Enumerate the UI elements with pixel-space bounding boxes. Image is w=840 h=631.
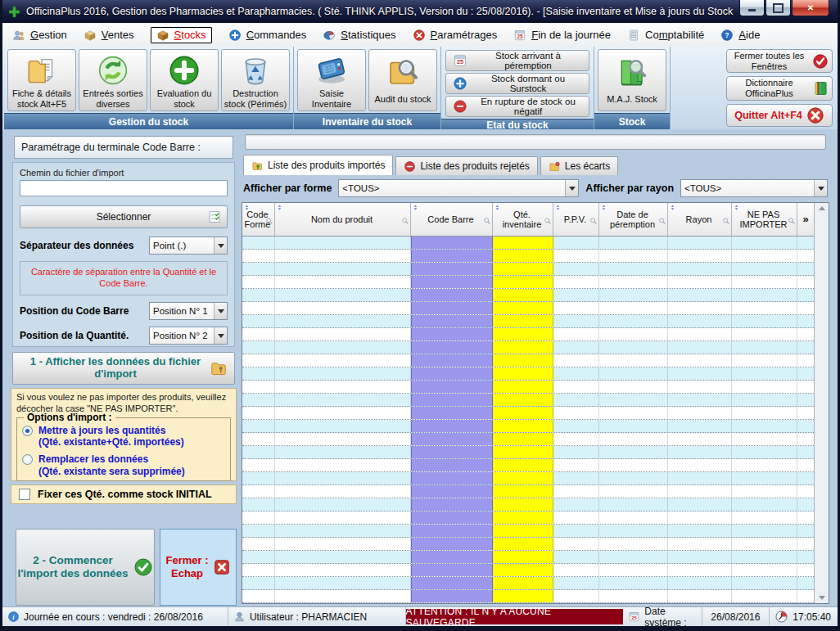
table-row[interactable]	[242, 394, 814, 407]
table-row[interactable]	[242, 315, 814, 328]
table-row[interactable]	[242, 420, 814, 433]
checkbox-icon[interactable]	[19, 489, 30, 500]
table-row[interactable]	[242, 250, 814, 263]
column-header-rayon[interactable]: Rayon	[668, 203, 732, 236]
table-row[interactable]	[242, 289, 814, 302]
table-row[interactable]	[242, 237, 814, 250]
search-icon[interactable]	[658, 217, 666, 225]
toolbar-button-stock-dormant-ou-surstock[interactable]: Stock dormant ou Surstock	[445, 73, 589, 94]
tab-liste-des-produits-importes[interactable]: Liste des produits importés	[243, 155, 393, 175]
table-row[interactable]	[242, 551, 814, 564]
column-header-nom-du-produit[interactable]: Nom du produit	[275, 203, 411, 236]
option-replace-data[interactable]: Remplacer les données (Qté. existante se…	[22, 453, 225, 477]
filter-rayon-select[interactable]: <TOUS>	[680, 179, 828, 197]
search-icon[interactable]	[544, 217, 552, 225]
search-icon[interactable]	[788, 217, 796, 225]
sort-icon[interactable]	[600, 204, 607, 211]
sort-icon[interactable]	[243, 204, 251, 211]
maximize-button[interactable]	[765, 0, 791, 16]
table-row[interactable]	[242, 538, 814, 551]
toolbar-button-evaluation-du-stock[interactable]: Evaluation du stock	[150, 49, 219, 111]
menu-item-comptabilite[interactable]: Comptabilité	[627, 29, 704, 42]
toolbar-button-fermer-toutes-les-fenetres[interactable]: Fermer toutes les Fenêtres	[726, 49, 833, 73]
search-icon[interactable]	[265, 217, 273, 225]
show-import-data-button[interactable]: 1 - Afficher les données du fichier d'im…	[12, 352, 235, 385]
toolbar-button-en-rupture-de-stock-ou-negatif[interactable]: En rupture de stock ou négatif	[445, 96, 589, 117]
toolbar-button-saisie-inventaire[interactable]: Saisie Inventaire	[297, 49, 366, 111]
menu-item-gestion[interactable]: Gestion	[12, 29, 67, 42]
start-import-button[interactable]: 2 - Commencer l'import des données	[16, 529, 155, 606]
filter-form-select[interactable]: <TOUS>	[338, 179, 579, 197]
menu-item-fin-de-la-journee[interactable]: 25Fin de la journée	[513, 29, 611, 42]
table-row[interactable]	[242, 590, 814, 603]
toolbar-button-quitter-alt-f4[interactable]: Quitter Alt+F4	[726, 104, 833, 127]
sort-icon[interactable]	[494, 204, 501, 211]
column-header-code-forme[interactable]: Code Forme	[242, 203, 275, 236]
column-header-code-barre[interactable]: Code Barre	[411, 203, 493, 236]
scroll-down-icon[interactable]	[819, 596, 825, 600]
tab-les-ecarts[interactable]: Les écarts	[540, 156, 618, 175]
qty-position-select[interactable]: Position N° 2	[149, 327, 228, 345]
table-row[interactable]	[242, 328, 814, 341]
sort-icon[interactable]	[412, 204, 419, 211]
menu-item-parametrages[interactable]: Paramétrages	[413, 29, 498, 42]
menu-item-stocks[interactable]: Stocks	[151, 27, 212, 43]
table-row[interactable]	[242, 433, 814, 446]
table-row[interactable]	[242, 367, 814, 381]
close-button[interactable]: ✕	[792, 0, 829, 16]
toolbar-button-destruction-stock-perimes[interactable]: Destruction stock (Périmés)	[221, 49, 290, 111]
table-row[interactable]	[242, 485, 814, 498]
menu-item-ventes[interactable]: Ventes	[84, 29, 134, 42]
search-icon[interactable]	[589, 217, 598, 225]
toolbar-button-audit-du-stock[interactable]: Audit du stock	[368, 49, 437, 111]
column-header-overflow[interactable]: »	[797, 203, 814, 236]
table-row[interactable]	[242, 407, 814, 420]
table-row[interactable]	[242, 263, 814, 276]
toolbar-button-stock-arrivant-a-peremption[interactable]: 25Stock arrivant à péremption	[445, 50, 589, 71]
table-row[interactable]	[242, 577, 814, 590]
table-row[interactable]	[242, 381, 814, 394]
initial-stock-row[interactable]: Fixer ces Qté. comme stock INITIAL	[11, 485, 237, 504]
radio-selected-icon[interactable]	[22, 426, 33, 436]
table-row[interactable]	[242, 302, 814, 315]
column-header-p-p-v[interactable]: P.P.V.	[553, 203, 599, 236]
table-row[interactable]	[242, 446, 814, 459]
table-row[interactable]	[242, 498, 814, 512]
sort-icon[interactable]	[276, 204, 283, 211]
import-path-input[interactable]	[20, 180, 228, 196]
sort-icon[interactable]	[554, 204, 562, 211]
separator-select[interactable]: Point (.)	[149, 237, 228, 255]
chevron-down-icon[interactable]	[814, 180, 827, 196]
tab-liste-des-produits-rejetes[interactable]: Liste des produits rejetés	[395, 156, 537, 175]
toolbar-button-fiche-details-stock-alt-f5[interactable]: Fiche & détails stock Alt+F5	[7, 49, 76, 111]
search-icon[interactable]	[722, 217, 730, 225]
menu-item-commandes[interactable]: Commandes	[228, 29, 307, 42]
table-row[interactable]	[242, 512, 814, 525]
search-icon[interactable]	[401, 217, 409, 225]
search-icon[interactable]	[483, 217, 491, 225]
menu-item-aide[interactable]: ?Aide	[720, 29, 760, 42]
option-update-quantities[interactable]: Mettre à jours les quantités (Qté. exist…	[22, 425, 225, 448]
radio-unselected-icon[interactable]	[22, 454, 33, 465]
vertical-scrollbar[interactable]	[814, 203, 829, 603]
column-header-date-de-peremption[interactable]: Date de péremption	[599, 203, 668, 236]
table-row[interactable]	[242, 472, 814, 485]
minimize-button[interactable]	[739, 0, 765, 16]
select-file-button[interactable]: Sélectionner	[20, 205, 228, 228]
table-row[interactable]	[242, 564, 814, 577]
column-header-ne-pas-importer[interactable]: NE PAS IMPORTER	[732, 203, 797, 236]
chevron-down-icon[interactable]	[565, 180, 578, 196]
chevron-down-icon[interactable]	[214, 327, 227, 344]
toolbar-button-m-a-j-stock[interactable]: M.A.J. Stock	[598, 49, 666, 111]
menu-item-statistiques[interactable]: Statistiques	[323, 29, 395, 42]
table-row[interactable]	[242, 459, 814, 472]
sort-icon[interactable]	[733, 204, 740, 211]
chevron-down-icon[interactable]	[214, 303, 227, 319]
sort-icon[interactable]	[669, 204, 676, 211]
table-row[interactable]	[242, 276, 814, 289]
barcode-position-select[interactable]: Position N° 1	[149, 302, 228, 320]
chevron-down-icon[interactable]	[214, 237, 227, 254]
table-row[interactable]	[242, 525, 814, 538]
toolbar-button-entrees-sorties-diverses[interactable]: Entreés sorties diverses	[79, 49, 147, 111]
table-row[interactable]	[242, 354, 814, 367]
